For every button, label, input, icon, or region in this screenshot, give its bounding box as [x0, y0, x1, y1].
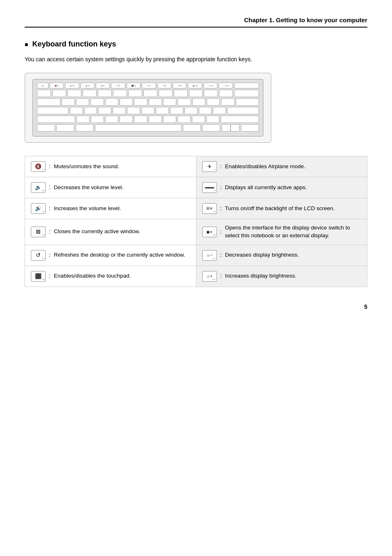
key-5 — [113, 90, 127, 97]
key-6 — [128, 90, 142, 97]
key-del — [234, 83, 259, 88]
fkey-refresh-icon: ↺ F5 — [31, 250, 46, 261]
fkey-refresh: ↺ F5 : Refreshes the desktop or the curr… — [25, 245, 196, 266]
fkey-brightness-down: ☼− F11 : Decreases display brightness. — [196, 245, 368, 266]
key-semicolon — [199, 107, 212, 114]
section-title: Keyboard function keys — [25, 40, 367, 49]
key-d — [98, 107, 111, 114]
fkey-vol-down: 🔉 F2 : Decreases the volume level. — [25, 177, 196, 198]
key-lbracket — [207, 98, 220, 106]
fkey-display-switch-text: Opens the interface for the display devi… — [225, 224, 361, 240]
key-a — [70, 107, 83, 114]
key-f2: 🔉 F2 — [65, 83, 79, 88]
key-9 — [174, 90, 188, 97]
fkey-vol-down-colon: : — [49, 183, 51, 192]
fkey-vol-up-text: Increases the volume level. — [54, 205, 190, 213]
key-f12: ☼+ F12 — [219, 83, 233, 88]
key-quote — [213, 107, 226, 114]
key-j — [156, 107, 169, 114]
fkey-vol-up: 🔊 F3 : Increases the volume level. — [25, 198, 196, 219]
key-rbracket — [221, 98, 234, 106]
fkey-brightness-down-icon: ☼− F11 — [202, 250, 217, 261]
fkey-backlight-text: Turns on/off the backlight of the LCD sc… — [225, 205, 361, 213]
key-z — [76, 116, 90, 123]
fkey-refresh-text: Refreshes the desktop or the currently a… — [54, 251, 190, 259]
key-f10: ▣ F10 — [188, 83, 202, 88]
key-b — [134, 116, 147, 123]
fkey-active-apps-icon: ▬▬▬ F8 — [202, 182, 217, 193]
fkey-touchpad-colon: : — [49, 272, 51, 280]
key-f11: ☼- F11 — [203, 83, 217, 88]
fkey-display-switch-colon: : — [220, 228, 222, 236]
fkey-touchpad-text: Enables/disables the touchpad. — [54, 272, 190, 280]
key-lshift — [37, 116, 75, 123]
key-8 — [159, 90, 173, 97]
key-s — [84, 107, 97, 114]
key-r — [105, 98, 118, 106]
key-f8: ≡ F8 — [157, 83, 171, 88]
keyboard-graphic: Esc 🔇 F1 🔉 F2 🔊 F3 ⊠ F4 ↺ F5 ⬛ F6 ✈ F7 ≡… — [32, 79, 263, 137]
key-k — [170, 107, 183, 114]
fkey-close-window-colon: : — [49, 228, 51, 236]
key-f9: ✕ F9 — [173, 83, 187, 88]
key-slash — [206, 116, 219, 123]
fkey-brightness-up-colon: : — [220, 272, 222, 280]
intro-text: You can access certain system settings q… — [25, 55, 367, 64]
key-period — [192, 116, 205, 123]
fkey-vol-down-icon: 🔉 F2 — [31, 182, 46, 193]
fkey-mute-text: Mutes/unmutes the sound. — [54, 163, 190, 171]
key-o — [178, 98, 191, 106]
fkey-display-switch: ▣≡ F10 : Opens the interface for the dis… — [196, 219, 368, 245]
key-w — [76, 98, 89, 106]
fkey-mute-icon: 🔇 F1 — [31, 161, 46, 172]
fkey-brightness-up-icon: ☼+ F12 — [202, 271, 217, 282]
fkey-touchpad: ⬛ F6 : Enables/disables the touchpad. — [25, 266, 196, 287]
key-enter — [227, 107, 259, 114]
key-tab — [37, 98, 60, 106]
fkey-active-apps-colon: : — [220, 183, 222, 192]
key-space — [95, 124, 182, 132]
fkey-display-switch-icon: ▣≡ F10 — [202, 227, 217, 237]
fkey-airplane-text: Enables/disables Airplane mode. — [225, 163, 361, 171]
key-m — [163, 116, 176, 123]
fkey-backlight-colon: : — [220, 204, 222, 213]
key-c — [105, 116, 118, 123]
fkey-brightness-up: ☼+ F12 : Increases display brightness. — [196, 266, 368, 287]
key-7 — [143, 90, 157, 97]
key-f3: 🔊 F3 — [81, 83, 95, 88]
fkeys-grid: 🔇 F1 : Mutes/unmutes the sound. ✈ F7 : E… — [25, 156, 367, 287]
key-esc: Esc — [37, 83, 48, 88]
fkey-mute: 🔇 F1 : Mutes/unmutes the sound. — [25, 156, 196, 177]
key-f4: ⊠ F4 — [96, 83, 110, 88]
key-comma — [178, 116, 191, 123]
fkey-close-window-icon: ⊠ F4 — [31, 227, 46, 237]
key-2 — [67, 90, 81, 97]
key-right — [241, 124, 259, 132]
key-equal — [219, 90, 233, 97]
key-e — [90, 98, 104, 106]
key-l — [184, 107, 198, 114]
fkey-airplane: ✈ F7 : Enables/disables Airplane mode. — [196, 156, 368, 177]
fkey-mute-colon: : — [49, 162, 51, 171]
key-t — [120, 98, 133, 106]
key-f — [113, 107, 126, 114]
key-f7: ✈ F7 — [142, 83, 156, 88]
key-ralt — [183, 124, 201, 132]
key-i — [163, 98, 176, 106]
fkey-touchpad-icon: ⬛ F6 — [31, 271, 46, 282]
key-f6: ⬛ F6 — [127, 83, 141, 88]
fkey-active-apps-text: Displays all currently active apps. — [225, 184, 361, 192]
fkey-refresh-colon: : — [49, 251, 51, 259]
key-ctrl — [56, 124, 74, 132]
fkey-close-window-text: Closes the currently active window. — [54, 228, 190, 236]
fkey-vol-up-colon: : — [49, 204, 51, 213]
key-f1: 🔇 F1 — [50, 83, 64, 88]
fkey-backlight-icon: ☒✕ F9 — [202, 203, 217, 214]
key-q — [62, 98, 75, 106]
key-alt — [76, 124, 94, 132]
fkey-close-window: ⊠ F4 : Closes the currently active windo… — [25, 219, 196, 245]
fkey-brightness-down-text: Decreases display brightness. — [225, 251, 361, 259]
page-number: 5 — [25, 303, 367, 310]
key-u — [149, 98, 162, 106]
key-x — [91, 116, 104, 123]
